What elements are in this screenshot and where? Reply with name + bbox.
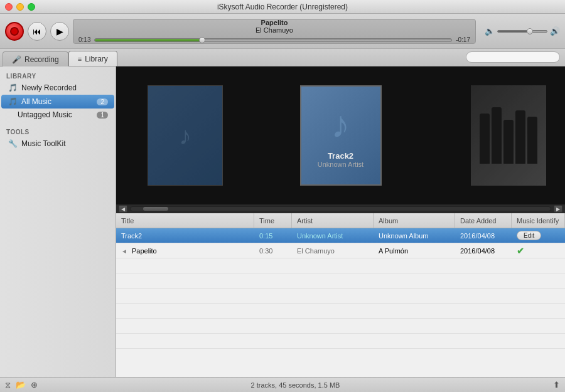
volume-area: 🔈 🔊 [485, 26, 560, 36]
tracklist-header: Title Time Artist Album Date Added Music… [116, 213, 565, 228]
prev-icon: ⏮ [33, 26, 41, 36]
track-info: Papelito El Chamuyo [78, 19, 470, 34]
track1-title: Track2 [121, 232, 142, 240]
progress-thumb[interactable] [199, 37, 205, 43]
sidebar-item-all-music[interactable]: 🎵 All Music 2 [1, 95, 114, 109]
track-title: ◄ Papelito [116, 247, 254, 255]
untagged-music-label: Untagged Music [18, 110, 72, 119]
tracklist: Title Time Artist Album Date Added Music… [116, 213, 565, 377]
tools-section-header: TOOLS [0, 126, 116, 137]
library-section-header: LIBRARY [0, 70, 116, 81]
table-row [116, 289, 565, 304]
track-date: 2016/04/08 [455, 247, 512, 255]
traffic-lights [5, 3, 35, 11]
col-header-artist: Artist [292, 213, 374, 228]
newly-recorded-icon: 🎵 [8, 83, 18, 93]
all-music-badge: 2 [97, 98, 108, 105]
band-photo [471, 85, 546, 186]
music-toolkit-label: Music ToolKit [21, 139, 65, 148]
untagged-badge: 1 [97, 112, 108, 119]
volume-track[interactable] [497, 30, 547, 33]
col-header-time: Time [254, 213, 292, 228]
check-icon: ✔ [517, 246, 524, 256]
recording-tab-icon: 🎤 [12, 55, 21, 64]
track-time: 0:30 [254, 247, 292, 255]
album-art-center: ♪ Track2 Unknown Artist [300, 85, 382, 186]
play-icon: ▶ [56, 26, 63, 36]
track-identify: ✔ [512, 246, 565, 256]
scroll-track[interactable] [130, 206, 551, 211]
statusbar: ⧖ 📂 ⊕ 2 tracks, 45 seconds, 1.5 MB ⬆ [0, 377, 565, 392]
play-button[interactable]: ▶ [50, 22, 69, 41]
all-music-icon: 🎵 [8, 97, 18, 107]
export-icon[interactable]: ⬆ [553, 380, 560, 389]
prev-button[interactable]: ⏮ [28, 22, 46, 41]
table-row[interactable]: Track2 0:15 Unknown Artist Unknown Album… [116, 228, 565, 243]
track2-title: Papelito [132, 247, 157, 255]
edit-button[interactable]: Edit [517, 231, 541, 240]
col-header-date: Date Added [455, 213, 512, 228]
current-track-artist: El Chamuyo [256, 26, 293, 34]
player-scrollbar: ◀ ▶ [116, 204, 565, 213]
close-button[interactable] [5, 3, 13, 11]
toolkit-icon: 🔧 [8, 139, 18, 149]
track-artist: Unknown Artist [292, 232, 374, 240]
track-album: A Pulmón [374, 247, 455, 255]
library-tab-icon: ≡ [78, 55, 82, 63]
volume-fill [498, 31, 530, 32]
sidebar-item-newly-recorded[interactable]: 🎵 Newly Recorded [1, 81, 114, 95]
progress-fill [95, 39, 202, 41]
playing-icon: ◄ [121, 248, 127, 255]
volume-thumb[interactable] [527, 28, 533, 34]
table-row [116, 304, 565, 319]
folder-icon[interactable]: 📂 [16, 380, 26, 390]
record-icon [10, 27, 19, 36]
status-info: 2 tracks, 45 seconds, 1.5 MB [38, 381, 553, 389]
player-area: ♪ ♪ Track2 Unknown Artist [116, 66, 565, 204]
filter-icon[interactable]: ⧖ [5, 380, 11, 390]
library-tab-label: Library [85, 55, 108, 63]
minimize-button[interactable] [16, 3, 24, 11]
tab-recording[interactable]: 🎤 Recording [3, 51, 68, 66]
col-header-title: Title [116, 213, 254, 228]
album-art-left: ♪ [148, 85, 223, 186]
sidebar-item-music-toolkit[interactable]: 🔧 Music ToolKit [1, 137, 114, 151]
speaker-high-icon: 🔊 [550, 26, 560, 36]
center-track-title: Track2 [318, 151, 363, 161]
track-artist: El Chamuyo [292, 247, 374, 255]
track-date: 2016/04/08 [455, 232, 512, 240]
search-input[interactable] [466, 51, 560, 63]
table-row [116, 319, 565, 334]
main-area: LIBRARY 🎵 Newly Recorded 🎵 All Music 2 U… [0, 66, 565, 377]
col-header-album: Album [374, 213, 455, 228]
add-icon[interactable]: ⊕ [31, 380, 38, 390]
table-row [116, 334, 565, 349]
progress-track[interactable] [94, 38, 452, 42]
album-art-container: ♪ ♪ Track2 Unknown Artist [116, 66, 565, 204]
track-title: Track2 [116, 232, 254, 240]
maximize-button[interactable] [28, 3, 35, 11]
newly-recorded-label: Newly Recorded [21, 83, 77, 92]
record-button[interactable] [5, 22, 24, 41]
sidebar: LIBRARY 🎵 Newly Recorded 🎵 All Music 2 U… [0, 66, 116, 377]
recording-tab-label: Recording [24, 55, 59, 64]
album-art-right [471, 85, 546, 186]
sidebar-item-untagged-music[interactable]: Untagged Music 1 [1, 109, 114, 121]
center-track-artist: Unknown Artist [318, 161, 363, 168]
music-note-icon: ♪ [331, 103, 350, 146]
table-row[interactable]: ◄ Papelito 0:30 El Chamuyo A Pulmón 2016… [116, 243, 565, 258]
track-album: Unknown Album [374, 232, 455, 240]
table-row [116, 273, 565, 289]
table-row [116, 258, 565, 273]
scroll-right-button[interactable]: ▶ [554, 205, 562, 213]
col-header-identify: Music Identify [512, 213, 565, 228]
track-time: 0:15 [254, 232, 292, 240]
scroll-thumb[interactable] [143, 207, 168, 211]
track-identify: Edit [512, 231, 565, 240]
toolbar: ⏮ ▶ Papelito El Chamuyo 0:13 -0:17 🔈 🔊 [0, 14, 565, 49]
window-title: iSkysoft Audio Recorder (Unregistered) [217, 3, 348, 11]
progress-area: Papelito El Chamuyo 0:13 -0:17 [73, 19, 476, 44]
progress-bar-row: 0:13 -0:17 [78, 36, 470, 43]
scroll-left-button[interactable]: ◀ [119, 205, 127, 213]
tab-library[interactable]: ≡ Library [68, 51, 117, 66]
